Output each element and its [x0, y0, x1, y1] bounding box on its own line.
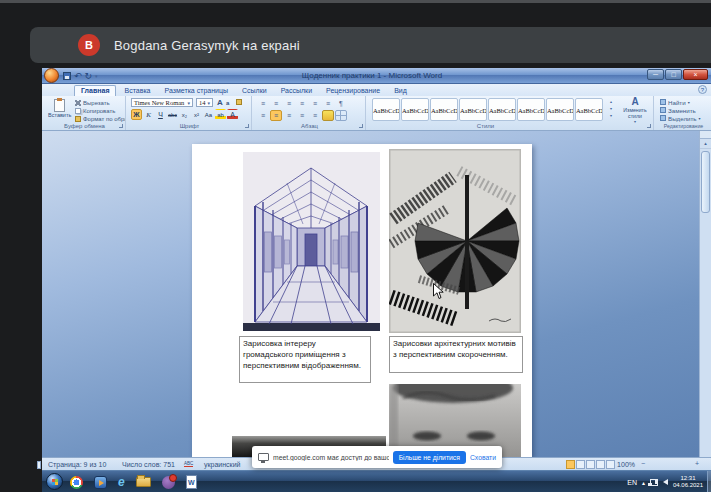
line-spacing-icon[interactable]: ≡ [309, 110, 321, 121]
styles-dialog-launcher-icon[interactable] [647, 124, 651, 128]
tab-insert[interactable]: Вставка [118, 85, 156, 96]
clock[interactable]: 12:31 04.06.2021 [673, 475, 703, 489]
tab-view[interactable]: Вид [388, 85, 413, 96]
maximize-icon[interactable]: □ [665, 69, 682, 80]
chrome-icon[interactable] [70, 476, 83, 489]
tab-home[interactable]: Главная [74, 85, 116, 96]
explorer-folder-icon[interactable] [136, 477, 151, 487]
font-dialog-launcher-icon[interactable] [245, 124, 249, 128]
styles-more-icon[interactable]: ▾ [607, 112, 615, 119]
font-size-combobox[interactable]: 14 ▾ [196, 98, 213, 107]
view-print-layout[interactable] [566, 460, 575, 469]
style-quote2[interactable]: АаBbCcD Цитата 2 [575, 98, 603, 121]
decrease-indent-icon[interactable]: ≡ [296, 98, 308, 109]
redo-icon[interactable]: ↻ [85, 71, 93, 81]
align-center-icon[interactable]: ≡ [270, 110, 282, 121]
scroll-up-icon[interactable]: ▴ [700, 139, 711, 149]
word-app-icon[interactable]: W [186, 475, 197, 489]
view-draft[interactable] [606, 460, 615, 469]
stop-sharing-button[interactable]: Більше не ділитися [393, 451, 466, 464]
strikethrough-button[interactable]: abc [167, 109, 178, 120]
undo-icon[interactable]: ↶ [74, 71, 82, 81]
font-family-combobox[interactable]: Times New Roman ▾ [131, 98, 193, 107]
drawing-spiral-staircase[interactable] [389, 149, 521, 333]
tray-expand-icon[interactable]: ▴ [642, 479, 645, 486]
find-button[interactable]: Найти ▾ [660, 98, 701, 106]
styles-scroll-up-icon[interactable]: ▴ [607, 98, 615, 105]
style-heading[interactable]: АаBbCcD Заголово... [430, 98, 458, 121]
word-count[interactable]: Число слов: 751 [122, 461, 175, 468]
bullets-icon[interactable]: ≡ [257, 98, 269, 109]
cut-button[interactable]: Вырезать [75, 99, 125, 107]
copy-button[interactable]: Копировать [75, 107, 125, 115]
scrollbar-thumb[interactable] [701, 151, 710, 213]
grow-font-button[interactable]: А [217, 98, 223, 107]
spellcheck-icon[interactable]: ABC [184, 461, 193, 467]
shading-icon[interactable] [322, 110, 334, 121]
internet-explorer-icon[interactable]: e [118, 476, 125, 489]
tab-page-layout[interactable]: Разметка страницы [159, 85, 235, 96]
show-desktop-button[interactable] [707, 471, 711, 492]
font-color-button[interactable]: А [227, 109, 238, 120]
view-web-layout[interactable] [586, 460, 595, 469]
replace-button[interactable]: Заменить [660, 106, 701, 114]
sort-icon[interactable]: ≡ [322, 98, 334, 109]
style-subtle-emphasis[interactable]: АаBbCcD Слабое в... [459, 98, 487, 121]
document-page[interactable]: Зарисовка інтереру громадського приміщен… [192, 144, 532, 457]
subscript-button[interactable]: x₂ [179, 109, 190, 120]
caption-left[interactable]: Зарисовка інтереру громадського приміщен… [239, 336, 371, 383]
tab-references[interactable]: Ссылки [236, 85, 273, 96]
italic-button[interactable]: К [143, 109, 154, 120]
language-indicator[interactable]: украинский [204, 461, 241, 468]
caption-right[interactable]: Зарисовки архітектурних мотивів з перспе… [389, 336, 523, 373]
style-normal[interactable]: АаBbCcD 1 Обычный [372, 98, 400, 121]
zoom-out-icon[interactable]: − [641, 460, 645, 467]
media-player-icon[interactable] [94, 476, 107, 489]
select-button[interactable]: Выделить ▾ [660, 114, 701, 122]
change-styles-button[interactable]: А Изменить стили ▾ [619, 97, 651, 124]
superscript-button[interactable]: x² [191, 109, 202, 120]
split-handle[interactable] [700, 131, 711, 139]
borders-icon[interactable] [335, 110, 347, 121]
style-intense-emphasis[interactable]: АаBbCcD Сильное в... [517, 98, 545, 121]
viber-icon[interactable] [162, 476, 175, 489]
clipboard-dialog-launcher-icon[interactable] [119, 124, 123, 128]
numbering-icon[interactable]: ≡ [270, 98, 282, 109]
paste-button[interactable]: Вставить [47, 98, 72, 123]
underline-button[interactable]: Ч [155, 109, 166, 120]
clear-formatting-icon[interactable] [236, 99, 242, 105]
minimize-icon[interactable]: ─ [647, 69, 664, 80]
change-case-button[interactable]: Аа [203, 109, 214, 120]
vertical-scrollbar[interactable]: ▴ [699, 131, 711, 457]
format-painter-button[interactable]: Формат по образцу [75, 115, 125, 123]
pilcrow-icon[interactable]: ¶ [335, 98, 347, 109]
qat-dropdown-icon[interactable]: ▾ [95, 73, 98, 79]
zoom-slider-thumb[interactable] [37, 461, 41, 469]
start-button[interactable] [46, 473, 63, 490]
bold-button[interactable]: Ж [131, 109, 142, 120]
shrink-font-button[interactable]: а [226, 100, 229, 106]
styles-scroll-buttons[interactable]: ▴ ▾ ▾ [607, 98, 615, 119]
page-indicator[interactable]: Страница: 9 из 10 [48, 461, 106, 468]
zoom-level[interactable]: 100% [617, 461, 635, 468]
office-button-icon[interactable] [44, 68, 59, 83]
drawing-interior-perspective[interactable] [243, 152, 380, 331]
titlebar[interactable]: ↶ ↻ ▾ Щоденник практики 1 - Microsoft Wo… [42, 68, 711, 84]
align-right-icon[interactable]: ≡ [283, 110, 295, 121]
style-strong[interactable]: АаBbCcD Строгий [546, 98, 574, 121]
zoom-in-icon[interactable]: + [695, 460, 699, 467]
multilevel-list-icon[interactable]: ≡ [283, 98, 295, 109]
increase-indent-icon[interactable]: ≡ [309, 98, 321, 109]
highlight-button[interactable]: ab [215, 109, 226, 120]
speaker-icon[interactable] [663, 479, 668, 485]
close-icon[interactable]: × [683, 69, 708, 80]
tab-review[interactable]: Рецензирование [320, 85, 386, 96]
paragraph-dialog-launcher-icon[interactable] [359, 124, 363, 128]
align-left-icon[interactable]: ≡ [257, 110, 269, 121]
styles-scroll-down-icon[interactable]: ▾ [607, 105, 615, 112]
justify-icon[interactable]: ≡ [296, 110, 308, 121]
style-emphasis[interactable]: АаBbCcD Выделенное [488, 98, 516, 121]
keyboard-language[interactable]: EN [627, 479, 637, 486]
view-outline[interactable] [596, 460, 605, 469]
style-no-spacing[interactable]: АаBbCcD 1 Без инте... [401, 98, 429, 121]
